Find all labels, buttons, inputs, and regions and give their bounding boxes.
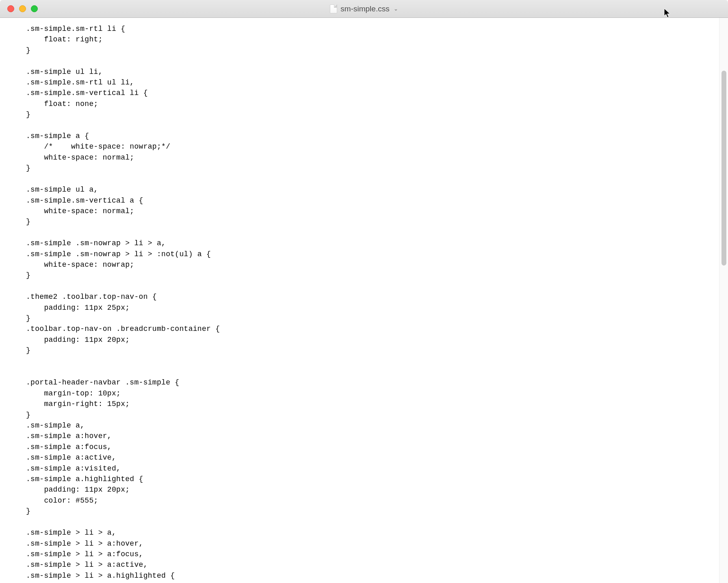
close-button[interactable] (7, 5, 14, 12)
code-content[interactable]: .sm-simple.sm-rtl li { float: right; } .… (0, 24, 719, 581)
titlebar[interactable]: sm-simple.css ⌄ (0, 0, 728, 18)
code-editor[interactable]: .sm-simple.sm-rtl li { float: right; } .… (0, 18, 719, 583)
content-wrap: .sm-simple.sm-rtl li { float: right; } .… (0, 18, 728, 583)
scrollbar-track[interactable] (719, 18, 728, 583)
title-center[interactable]: sm-simple.css ⌄ (0, 4, 728, 13)
chevron-down-icon[interactable]: ⌄ (394, 6, 398, 12)
filename: sm-simple.css (340, 4, 389, 13)
scrollbar-thumb[interactable] (722, 71, 726, 266)
file-icon (330, 4, 337, 13)
minimize-button[interactable] (19, 5, 26, 12)
editor-window: sm-simple.css ⌄ .sm-simple.sm-rtl li { f… (0, 0, 728, 583)
maximize-button[interactable] (31, 5, 38, 12)
traffic-lights (0, 5, 38, 12)
